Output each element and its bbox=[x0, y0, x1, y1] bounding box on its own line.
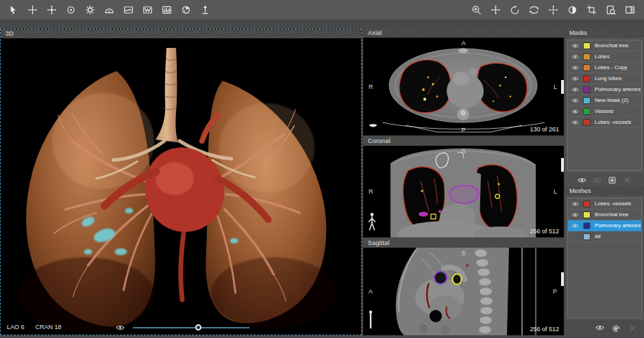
mask-color-swatch[interactable] bbox=[584, 43, 590, 49]
meshes-panel-title: Meshes bbox=[569, 187, 591, 194]
mask-row[interactable]: Vessels bbox=[568, 106, 641, 117]
window-level-button[interactable] bbox=[121, 3, 135, 17]
visibility-eye-icon[interactable] bbox=[570, 76, 580, 81]
palette-button[interactable] bbox=[179, 3, 193, 17]
mask-color-swatch[interactable] bbox=[584, 65, 590, 70]
mesh-label: Lobes -vessels bbox=[595, 200, 631, 207]
mask-color-swatch[interactable] bbox=[584, 120, 590, 125]
protractor-tool-button[interactable] bbox=[102, 3, 116, 17]
view-axial-viewport[interactable]: A R L P 130 of 261 bbox=[363, 38, 564, 135]
visibility-eye-icon[interactable] bbox=[570, 201, 580, 207]
pin-button[interactable] bbox=[198, 3, 212, 17]
visibility-eye-icon[interactable] bbox=[570, 54, 580, 60]
mask-row[interactable]: Lung lobes bbox=[568, 73, 641, 84]
reset-view-button[interactable] bbox=[546, 3, 560, 17]
rotate-3d-tool-button[interactable] bbox=[527, 3, 541, 17]
mask-label: Lung lobes bbox=[595, 75, 621, 81]
visibility-eye-icon[interactable] bbox=[570, 87, 580, 92]
zoom-region-button[interactable] bbox=[604, 3, 617, 17]
view-coronal-viewport[interactable]: S R L 256 of 512 bbox=[363, 146, 564, 237]
mask-row[interactable]: Lobes - Copy bbox=[568, 62, 641, 73]
visibility-eye-icon[interactable] bbox=[570, 43, 580, 49]
view-coronal-title: Coronal bbox=[368, 138, 391, 144]
contrast-button[interactable] bbox=[565, 3, 579, 17]
curves-button[interactable] bbox=[140, 3, 154, 17]
view-coronal-header: Coronal bbox=[363, 137, 564, 146]
mesh-color-swatch[interactable] bbox=[584, 234, 590, 239]
mask-color-swatch[interactable] bbox=[584, 109, 590, 114]
delete-mask-icon[interactable] bbox=[623, 176, 632, 185]
masks-panel-header: Masks bbox=[565, 29, 644, 38]
mesh-color-swatch[interactable] bbox=[584, 223, 590, 229]
toggle-all-meshes-eye-icon[interactable] bbox=[595, 324, 604, 331]
axial-slice-counter: 130 of 261 bbox=[530, 126, 559, 133]
orientation-readout: LAO 6 CRAN 18 bbox=[7, 324, 62, 330]
rotate-3d-icon bbox=[529, 5, 539, 15]
crop-button[interactable] bbox=[584, 3, 598, 17]
mask-row[interactable]: Lobes -vessels bbox=[568, 117, 641, 128]
opacity-eye-icon[interactable] bbox=[116, 324, 125, 331]
opacity-slider-track[interactable] bbox=[133, 327, 249, 328]
mesh-color-swatch[interactable] bbox=[584, 212, 590, 218]
sagittal-scrollbar-handle[interactable] bbox=[561, 272, 564, 286]
axial-label-left: L bbox=[554, 83, 557, 90]
mask-row[interactable]: Lobes bbox=[568, 51, 641, 62]
pan-tool-button[interactable] bbox=[488, 3, 502, 17]
contrast-icon bbox=[567, 5, 578, 15]
visibility-eye-icon[interactable] bbox=[570, 120, 580, 125]
opacity-slider-handle[interactable] bbox=[195, 324, 201, 330]
visibility-eye-icon[interactable] bbox=[570, 109, 580, 114]
mask-row[interactable]: Bronchial tree bbox=[568, 40, 641, 51]
mask-color-swatch[interactable] bbox=[584, 87, 590, 92]
masks-toolbar bbox=[565, 173, 644, 187]
target-tool-button[interactable] bbox=[64, 3, 77, 17]
mask-label: Vessels bbox=[595, 108, 614, 114]
protractor-icon bbox=[104, 5, 114, 15]
masks-list: Bronchial treeLobesLobes - CopyLung lobe… bbox=[567, 40, 642, 171]
coronal-orientation-icon bbox=[368, 212, 376, 234]
layout-button[interactable] bbox=[623, 3, 636, 17]
histogram-button[interactable] bbox=[160, 3, 173, 17]
mesh-row[interactable]: Lobes -vessels bbox=[568, 198, 641, 209]
translate-tool-button[interactable] bbox=[25, 3, 39, 17]
gear-icon bbox=[85, 5, 95, 15]
view-axial: Axial A R L P 130 of 261 bbox=[363, 29, 564, 135]
visibility-eye-icon[interactable] bbox=[570, 223, 580, 229]
mask-row[interactable]: Pulmonary arteries bbox=[568, 84, 641, 95]
axial-label-posterior: P bbox=[461, 127, 465, 133]
mask-color-swatch[interactable] bbox=[584, 76, 590, 81]
rotate-tool-button[interactable] bbox=[508, 3, 521, 17]
pin-icon bbox=[200, 5, 210, 15]
visibility-eye-icon[interactable] bbox=[570, 65, 580, 70]
mask-row[interactable]: New Mask (2) bbox=[568, 95, 641, 106]
mask-color-swatch[interactable] bbox=[584, 98, 590, 103]
remove-mesh-icon[interactable] bbox=[628, 324, 637, 333]
transform-tool-button[interactable] bbox=[45, 3, 58, 17]
coronal-scrollbar-handle[interactable] bbox=[561, 158, 564, 172]
axial-scrollbar-handle[interactable] bbox=[561, 80, 564, 94]
zoom-tool-button[interactable] bbox=[469, 3, 483, 17]
visibility-eye-icon[interactable] bbox=[570, 98, 580, 103]
view-3d-viewport[interactable]: LAO 6 CRAN 18 bbox=[1, 38, 361, 335]
cursor-tool-button[interactable] bbox=[6, 3, 20, 17]
settings-tool-button[interactable] bbox=[83, 3, 97, 17]
visibility-eye-icon[interactable] bbox=[570, 212, 580, 218]
mesh-row[interactable]: Pulmonary arteries bbox=[568, 220, 641, 231]
view-3d: 3D bbox=[0, 29, 362, 335]
axial-label-anterior: A bbox=[461, 40, 465, 47]
coronal-label-left: L bbox=[554, 188, 557, 195]
zoom-icon bbox=[471, 5, 482, 15]
view-3d-title: 3D bbox=[5, 30, 14, 37]
view-sagittal-viewport[interactable]: S A P 256 of 512 bbox=[363, 248, 564, 335]
add-mask-button[interactable] bbox=[608, 176, 617, 185]
mesh-row[interactable]: Bronchial tree bbox=[568, 209, 641, 220]
cursor-icon bbox=[8, 5, 18, 15]
mask-color-swatch[interactable] bbox=[584, 54, 590, 60]
toggle-all-masks-eye-icon[interactable] bbox=[578, 176, 586, 185]
mesh-color-swatch[interactable] bbox=[584, 201, 590, 207]
update-mesh-icon[interactable] bbox=[612, 324, 621, 333]
mesh-label: All bbox=[595, 233, 601, 239]
merge-masks-icon[interactable] bbox=[593, 176, 602, 185]
mesh-row[interactable]: All bbox=[568, 231, 641, 242]
axial-orientation-icon bbox=[368, 120, 378, 132]
